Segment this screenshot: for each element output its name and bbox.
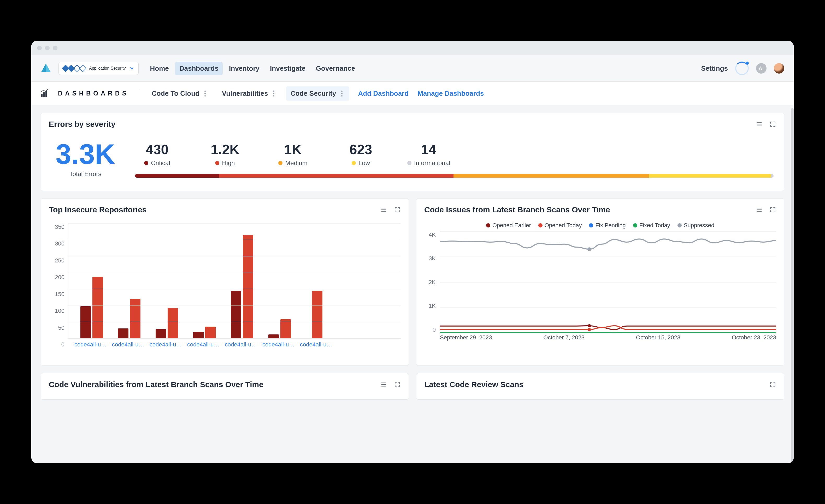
dashboards-icon: [41, 89, 49, 98]
total-errors-value: 3.3K: [56, 140, 115, 168]
traffic-light-min[interactable]: [45, 46, 50, 50]
subbar-title: DASHBOARDS: [58, 90, 129, 97]
dashboard-content: Errors by severity 3.3K Total Errors 430…: [31, 105, 794, 463]
list-icon[interactable]: [380, 381, 387, 388]
expand-icon[interactable]: [394, 381, 401, 388]
list-icon[interactable]: [756, 121, 763, 128]
svg-point-9: [588, 324, 591, 327]
list-icon[interactable]: [380, 206, 387, 213]
x-label[interactable]: code4all-user/...: [300, 341, 334, 348]
legend-item[interactable]: Fixed Today: [633, 222, 670, 229]
dot-icon: [538, 223, 542, 228]
line-marker[interactable]: [587, 247, 591, 251]
bar-group[interactable]: [225, 235, 259, 338]
x-label[interactable]: code4all-user/...: [150, 341, 183, 348]
severity-medium[interactable]: 1KMedium: [271, 142, 315, 167]
x-label[interactable]: code4all-user/...: [225, 341, 259, 348]
expand-icon[interactable]: [769, 121, 776, 128]
expand-icon[interactable]: [394, 206, 401, 213]
chevron-down-icon: [130, 66, 134, 71]
progress-ring-icon[interactable]: [735, 62, 749, 75]
card-title: Errors by severity: [49, 120, 116, 129]
more-icon[interactable]: [271, 90, 277, 96]
card-code-issues-over-time: Code Issues from Latest Branch Scans Ove…: [416, 198, 784, 366]
dot-icon: [589, 223, 593, 228]
x-label[interactable]: code4all-user/...: [74, 341, 108, 348]
bar-chart: 350300250200150100500 code4all-user/...c…: [41, 221, 408, 353]
dot-icon: [278, 161, 283, 165]
dot-icon: [677, 223, 682, 228]
svg-rect-4: [46, 91, 47, 97]
card-errors-by-severity: Errors by severity 3.3K Total Errors 430…: [41, 113, 784, 191]
add-dashboard-link[interactable]: Add Dashboard: [358, 89, 409, 98]
legend-item[interactable]: Suppressed: [677, 222, 714, 229]
svg-rect-2: [41, 94, 43, 97]
severity-critical[interactable]: 430Critical: [135, 142, 179, 167]
expand-icon[interactable]: [769, 381, 776, 388]
settings-link[interactable]: Settings: [701, 65, 728, 73]
bar-group[interactable]: [75, 277, 108, 338]
dot-icon: [352, 161, 356, 165]
total-errors: 3.3K Total Errors: [52, 140, 119, 178]
space-icon: [63, 66, 85, 71]
svg-rect-3: [43, 92, 45, 97]
nav-governance[interactable]: Governance: [312, 62, 359, 75]
space-label: Application Security: [89, 66, 126, 71]
traffic-light-max[interactable]: [53, 46, 58, 50]
more-icon[interactable]: [340, 90, 345, 96]
bar-group[interactable]: [300, 291, 334, 338]
svg-point-10: [588, 328, 591, 331]
bar-group[interactable]: [112, 299, 146, 338]
legend-item[interactable]: Fix Pending: [589, 222, 625, 229]
x-label[interactable]: code4all-user/...: [112, 341, 146, 348]
topbar: Application Security HomeDashboardsInven…: [31, 55, 794, 82]
traffic-light-close[interactable]: [37, 46, 42, 50]
nav-dashboards[interactable]: Dashboards: [175, 62, 223, 75]
severity-high[interactable]: 1.2KHigh: [203, 142, 247, 167]
line-suppressed: [440, 239, 776, 249]
card-title: Latest Code Review Scans: [424, 380, 523, 389]
line-legend: Opened EarlierOpened TodayFix PendingFix…: [417, 221, 784, 231]
card-code-vulnerabilities: Code Vulnerabilities from Latest Branch …: [41, 373, 409, 400]
legend-item[interactable]: Opened Today: [538, 222, 582, 229]
ai-badge-icon[interactable]: AI: [756, 63, 766, 74]
card-title: Code Issues from Latest Branch Scans Ove…: [424, 205, 610, 214]
dashboards-subbar: DASHBOARDS Code To CloudVulnerabilitiesC…: [31, 82, 794, 105]
severity-informational[interactable]: 14Informational: [406, 142, 451, 167]
total-errors-label: Total Errors: [69, 170, 101, 178]
svg-marker-1: [41, 64, 46, 72]
severity-bar: [135, 174, 773, 178]
nav-home[interactable]: Home: [146, 62, 173, 75]
card-top-insecure-repos: Top Insecure Repositories 35030025020015…: [41, 198, 409, 366]
card-title: Code Vulnerabilities from Latest Branch …: [49, 380, 264, 389]
dot-icon: [633, 223, 637, 228]
severity-low[interactable]: 623Low: [339, 142, 383, 167]
user-avatar[interactable]: [774, 63, 784, 74]
dot-icon: [486, 223, 490, 228]
dot-icon: [407, 161, 411, 165]
nav-investigate[interactable]: Investigate: [266, 62, 310, 75]
legend-item[interactable]: Opened Earlier: [486, 222, 531, 229]
dashboard-tab-code-security[interactable]: Code Security: [286, 86, 349, 101]
line-chart: 4K3K2K1K0 September 29, 2023October 7, 2…: [424, 231, 776, 341]
x-label[interactable]: code4all-user/...: [262, 341, 296, 348]
manage-dashboards-link[interactable]: Manage Dashboards: [418, 89, 484, 98]
product-logo-icon[interactable]: [41, 63, 51, 74]
window-titlebar: [31, 41, 794, 55]
list-icon[interactable]: [756, 206, 763, 213]
dashboard-tab-code-to-cloud[interactable]: Code To Cloud: [147, 86, 213, 101]
dot-icon: [144, 161, 148, 165]
bar-group[interactable]: [150, 308, 184, 338]
primary-nav: HomeDashboardsInventoryInvestigateGovern…: [146, 62, 360, 75]
x-label[interactable]: code4all-user/...: [187, 341, 221, 348]
more-icon[interactable]: [203, 90, 208, 96]
bar-group[interactable]: [188, 327, 221, 338]
card-latest-code-review-scans: Latest Code Review Scans: [416, 373, 784, 400]
app-window: Application Security HomeDashboardsInven…: [31, 41, 794, 463]
space-selector[interactable]: Application Security: [59, 62, 139, 75]
nav-inventory[interactable]: Inventory: [225, 62, 264, 75]
expand-icon[interactable]: [769, 206, 776, 213]
dashboard-tab-vulnerabilities[interactable]: Vulnerabilities: [217, 86, 281, 101]
dot-icon: [215, 161, 219, 165]
bar-group[interactable]: [262, 319, 297, 338]
